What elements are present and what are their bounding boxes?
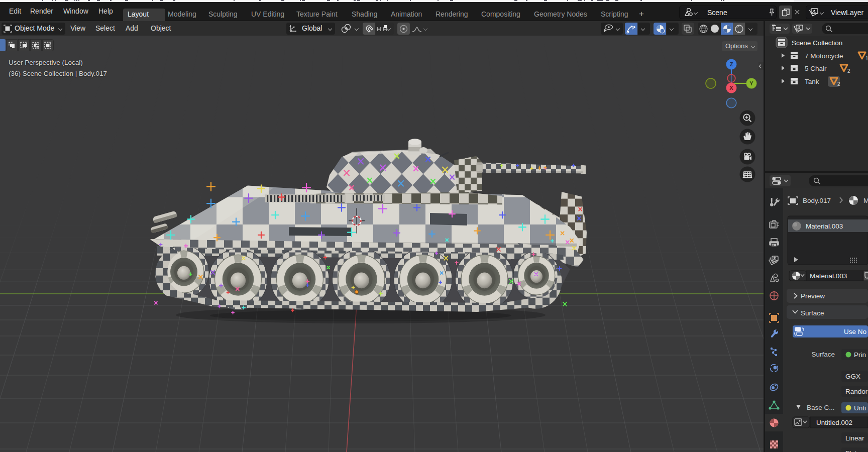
svg-text:Untitled.002: Untitled.002 bbox=[816, 419, 852, 426]
svg-text:Tank: Tank bbox=[805, 78, 819, 85]
svg-text:2: 2 bbox=[837, 81, 840, 87]
svg-text:Unti: Unti bbox=[854, 404, 866, 412]
svg-text:M: M bbox=[863, 197, 868, 204]
svg-text:Surface: Surface bbox=[801, 309, 824, 317]
svg-text:GGX: GGX bbox=[845, 373, 860, 380]
svg-text:1: 1 bbox=[865, 56, 868, 61]
svg-text:Use No: Use No bbox=[844, 328, 866, 335]
svg-text:Flat: Flat bbox=[845, 449, 857, 452]
svg-text:2: 2 bbox=[847, 68, 850, 74]
svg-text:Z: Z bbox=[730, 61, 733, 67]
svg-text:Material.003: Material.003 bbox=[810, 272, 847, 280]
svg-text:Surface: Surface bbox=[811, 351, 835, 358]
svg-text:Preview: Preview bbox=[801, 292, 825, 300]
svg-text:Scene Collection: Scene Collection bbox=[792, 39, 842, 47]
svg-text:Base C...: Base C... bbox=[807, 404, 835, 411]
svg-text:Y: Y bbox=[749, 80, 753, 86]
svg-text:X: X bbox=[729, 85, 733, 91]
svg-text:Prin: Prin bbox=[854, 351, 866, 359]
svg-text:Material.003: Material.003 bbox=[806, 222, 843, 230]
svg-text:5 Chair: 5 Chair bbox=[805, 65, 827, 72]
svg-text:Body.017: Body.017 bbox=[803, 197, 831, 204]
svg-text:Linear: Linear bbox=[845, 434, 864, 442]
svg-text:Randor: Randor bbox=[845, 388, 868, 395]
svg-text:7 Motorcycle: 7 Motorcycle bbox=[805, 52, 843, 60]
